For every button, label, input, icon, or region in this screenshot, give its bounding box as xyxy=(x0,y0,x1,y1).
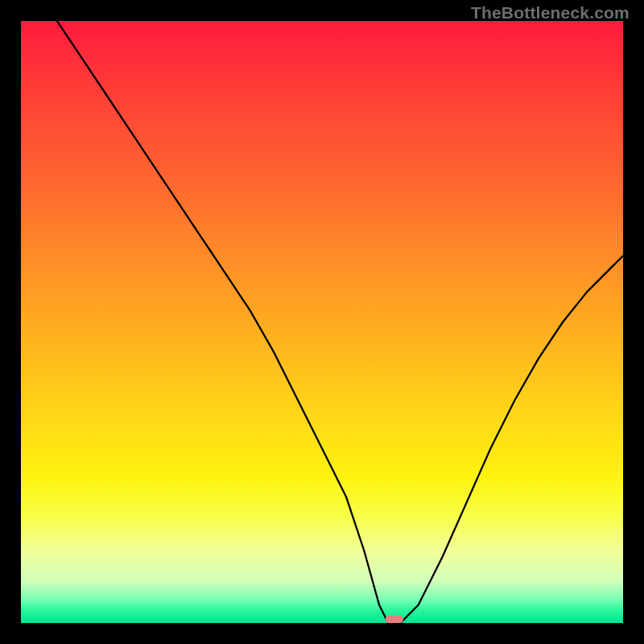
optimum-marker xyxy=(386,616,403,623)
attribution-label: TheBottleneck.com xyxy=(471,3,630,23)
chart-frame: TheBottleneck.com xyxy=(0,0,644,644)
plot-area xyxy=(21,21,623,623)
bottleneck-curve xyxy=(57,21,623,623)
curve-layer xyxy=(21,21,623,623)
